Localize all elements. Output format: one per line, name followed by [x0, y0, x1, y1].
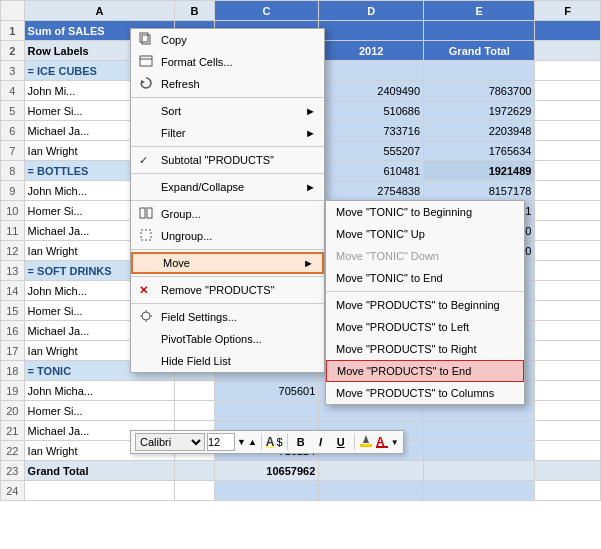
cell-f9[interactable]: [535, 181, 601, 201]
menu-item-group[interactable]: Group...: [131, 203, 324, 225]
submenu-item-3[interactable]: Move "TONIC" to End: [326, 267, 524, 289]
cell-f8[interactable]: [535, 161, 601, 181]
submenu-item-0[interactable]: Move "TONIC" to Beginning: [326, 201, 524, 223]
submenu-item-1[interactable]: Move "TONIC" Up: [326, 223, 524, 245]
font-selector[interactable]: Calibri: [135, 433, 205, 451]
menu-item-ungroup[interactable]: Ungroup...: [131, 225, 324, 247]
cell-d5[interactable]: 510686: [319, 101, 424, 121]
menu-item-refresh[interactable]: Refresh: [131, 73, 324, 95]
col-header-f[interactable]: F: [535, 1, 601, 21]
menu-item-move[interactable]: Move ►: [131, 252, 324, 274]
cell-d24[interactable]: [319, 481, 424, 501]
menu-item-pivottable-options[interactable]: PivotTable Options...: [131, 328, 324, 350]
cell-f2[interactable]: [535, 41, 601, 61]
underline-button[interactable]: U: [332, 433, 350, 451]
cell-e7[interactable]: 1765634: [424, 141, 535, 161]
italic-button[interactable]: I: [312, 433, 330, 451]
cell-e9[interactable]: 8157178: [424, 181, 535, 201]
cell-e24[interactable]: [424, 481, 535, 501]
cell-e3[interactable]: [424, 61, 535, 81]
cell-f11[interactable]: [535, 221, 601, 241]
cell-e23[interactable]: [424, 461, 535, 481]
font-color-a-icon[interactable]: A: [266, 435, 275, 449]
font-size-input[interactable]: [207, 433, 235, 451]
cell-f1[interactable]: [535, 21, 601, 41]
cell-f22[interactable]: [535, 441, 601, 461]
cell-d3[interactable]: [319, 61, 424, 81]
cell-f15[interactable]: [535, 301, 601, 321]
cell-f4[interactable]: [535, 81, 601, 101]
menu-item-format-cells[interactable]: Format Cells...: [131, 51, 324, 73]
cell-a20[interactable]: Homer Si...: [24, 401, 175, 421]
menu-item-expand-collapse[interactable]: Expand/Collapse ►: [131, 176, 324, 198]
cell-d4[interactable]: 2409490: [319, 81, 424, 101]
highlight-dropdown-icon[interactable]: ▼: [391, 438, 399, 447]
cell-b24[interactable]: [175, 481, 214, 501]
cell-f23[interactable]: [535, 461, 601, 481]
submenu-item-5[interactable]: Move "PRODUCTS" to Left: [326, 316, 524, 338]
cell-f24[interactable]: [535, 481, 601, 501]
cell-a19[interactable]: John Micha...: [24, 381, 175, 401]
cell-d2[interactable]: 2012: [319, 41, 424, 61]
menu-item-subtotal[interactable]: ✓ Subtotal "PRODUCTS": [131, 149, 324, 171]
cell-f13[interactable]: [535, 261, 601, 281]
cell-c23[interactable]: 10657962: [214, 461, 319, 481]
cell-f5[interactable]: [535, 101, 601, 121]
cell-b20[interactable]: [175, 401, 214, 421]
cell-b19[interactable]: [175, 381, 214, 401]
cell-f12[interactable]: [535, 241, 601, 261]
cell-e2[interactable]: Grand Total: [424, 41, 535, 61]
cell-f19[interactable]: [535, 381, 601, 401]
col-header-c[interactable]: C: [214, 1, 319, 21]
menu-item-copy[interactable]: Copy: [131, 29, 324, 51]
cell-f17[interactable]: [535, 341, 601, 361]
highlight-icon[interactable]: [359, 434, 373, 450]
cell-f16[interactable]: [535, 321, 601, 341]
menu-item-hide-field-list[interactable]: Hide Field List: [131, 350, 324, 372]
bold-button[interactable]: B: [292, 433, 310, 451]
col-header-e[interactable]: E: [424, 1, 535, 21]
cell-f14[interactable]: [535, 281, 601, 301]
cell-f7[interactable]: [535, 141, 601, 161]
cell-a23[interactable]: Grand Total: [24, 461, 175, 481]
cell-f3[interactable]: [535, 61, 601, 81]
col-header-a[interactable]: A: [24, 1, 175, 21]
cell-e22[interactable]: [424, 441, 535, 461]
cell-d1[interactable]: [319, 21, 424, 41]
cell-e5[interactable]: 1972629: [424, 101, 535, 121]
font-size-down-icon[interactable]: ▼: [237, 437, 246, 447]
submenu-item-8[interactable]: Move "PRODUCTS" to Columns: [326, 382, 524, 404]
cell-e4[interactable]: 7863700: [424, 81, 535, 101]
cell-e6[interactable]: 2203948: [424, 121, 535, 141]
menu-item-sort[interactable]: Sort ►: [131, 100, 324, 122]
cell-f20[interactable]: [535, 401, 601, 421]
cell-d23[interactable]: [319, 461, 424, 481]
submenu-item-6[interactable]: Move "PRODUCTS" to Right: [326, 338, 524, 360]
cell-e21[interactable]: [424, 421, 535, 441]
font-size-up-icon[interactable]: ▲: [248, 437, 257, 447]
cell-c24[interactable]: [214, 481, 319, 501]
cell-e8[interactable]: 1921489: [424, 161, 535, 181]
cell-e1[interactable]: [424, 21, 535, 41]
cell-f21[interactable]: [535, 421, 601, 441]
menu-item-remove[interactable]: ✕ Remove "PRODUCTS": [131, 279, 324, 301]
submenu-item-4[interactable]: Move "PRODUCTS" to Beginning: [326, 294, 524, 316]
cell-d9[interactable]: 2754838: [319, 181, 424, 201]
cell-a24[interactable]: [24, 481, 175, 501]
cell-f10[interactable]: [535, 201, 601, 221]
menu-item-field-settings[interactable]: Field Settings...: [131, 306, 324, 328]
cell-d6[interactable]: 733716: [319, 121, 424, 141]
cell-c19[interactable]: 705601: [214, 381, 319, 401]
submenu-item-7[interactable]: Move "PRODUCTS" to End: [326, 360, 524, 382]
dollar-icon[interactable]: $: [277, 436, 283, 448]
submenu-item-2[interactable]: Move "TONIC" Down: [326, 245, 524, 267]
cell-d7[interactable]: 555207: [319, 141, 424, 161]
cell-f18[interactable]: [535, 361, 601, 381]
cell-f6[interactable]: [535, 121, 601, 141]
cell-d8[interactable]: 610481: [319, 161, 424, 181]
font-color-icon[interactable]: A: [375, 434, 389, 450]
col-header-d[interactable]: D: [319, 1, 424, 21]
cell-b23[interactable]: [175, 461, 214, 481]
cell-c20[interactable]: [214, 401, 319, 421]
col-header-b[interactable]: B: [175, 1, 214, 21]
